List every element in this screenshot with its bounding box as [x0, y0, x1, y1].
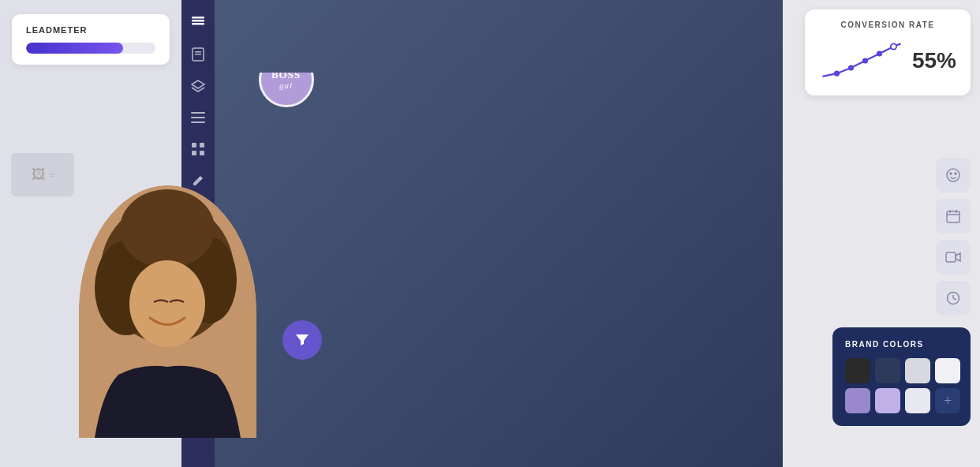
- conversion-content: 55%: [819, 37, 956, 84]
- logo-boss-text: BOSS: [271, 73, 301, 80]
- color-swatch-add[interactable]: +: [935, 388, 960, 413]
- svg-line-42: [953, 298, 956, 300]
- brand-colors-card[interactable]: BRAND COLORS +: [832, 327, 971, 426]
- brand-colors-grid: +: [845, 358, 958, 413]
- svg-point-21: [129, 260, 205, 347]
- logo-gal-text: gal: [279, 80, 293, 90]
- svg-rect-0: [192, 20, 204, 22]
- svg-rect-11: [200, 143, 204, 148]
- svg-point-32: [947, 169, 959, 181]
- filter-funnel-button[interactable]: [282, 320, 322, 360]
- svg-rect-10: [192, 143, 196, 148]
- svg-rect-4: [195, 51, 201, 53]
- svg-point-20: [120, 189, 215, 268]
- color-swatch-5[interactable]: [845, 388, 870, 413]
- svg-point-26: [834, 71, 840, 77]
- svg-point-28: [862, 58, 868, 63]
- svg-rect-1: [192, 23, 204, 25]
- brand-colors-title: BRAND COLORS: [845, 340, 958, 349]
- right-tool-emoji[interactable]: [936, 158, 971, 192]
- right-panel: CONVERSION RATE 55%: [779, 0, 980, 467]
- color-swatch-2[interactable]: [875, 358, 900, 383]
- svg-point-34: [955, 173, 956, 174]
- woman-photo: [79, 185, 256, 438]
- svg-rect-35: [947, 211, 959, 222]
- sidebar-icon-layers[interactable]: [189, 14, 207, 32]
- svg-point-40: [948, 293, 959, 304]
- svg-point-31: [892, 44, 896, 48]
- leadmeter-card: LEADMETER: [12, 14, 170, 65]
- color-swatch-3[interactable]: [905, 358, 930, 383]
- svg-rect-12: [192, 151, 196, 155]
- right-tool-clock[interactable]: [936, 281, 971, 316]
- sidebar-icon-page[interactable]: [189, 46, 207, 63]
- sidebar-icon-menu[interactable]: [189, 109, 207, 126]
- svg-point-27: [848, 65, 854, 70]
- leadmeter-bar-background: [26, 43, 155, 54]
- right-tool-calendar[interactable]: [936, 199, 971, 234]
- svg-marker-6: [192, 80, 204, 88]
- right-tool-video[interactable]: [936, 240, 971, 275]
- woman-photo-inner: [79, 185, 256, 438]
- svg-rect-8: [191, 117, 205, 118]
- svg-rect-7: [191, 112, 205, 114]
- leadmeter-bar-fill: [26, 43, 123, 54]
- svg-rect-39: [946, 252, 956, 262]
- right-tool-icons: [936, 158, 971, 316]
- color-swatch-6[interactable]: [875, 388, 900, 413]
- color-swatch-4[interactable]: [935, 358, 960, 383]
- conversion-rate-card[interactable]: CONVERSION RATE 55%: [805, 9, 971, 95]
- conversion-percent: 55%: [912, 48, 956, 73]
- svg-rect-13: [200, 151, 204, 155]
- thumbnail-1[interactable]: 🖼 ≡: [11, 153, 74, 196]
- background-page: [215, 0, 783, 467]
- svg-rect-5: [195, 54, 201, 55]
- sidebar-icon-layers2[interactable]: [189, 77, 207, 95]
- leadmeter-title: LEADMETER: [26, 25, 155, 35]
- svg-rect-9: [191, 121, 205, 123]
- svg-rect-2: [192, 17, 204, 19]
- svg-point-33: [950, 173, 952, 174]
- color-swatch-7[interactable]: [905, 388, 930, 413]
- conversion-chart: [819, 37, 904, 84]
- sidebar-icon-pen[interactable]: [189, 172, 207, 189]
- color-swatch-1[interactable]: [845, 358, 870, 383]
- svg-point-29: [877, 50, 882, 56]
- sidebar-icon-grid[interactable]: [189, 140, 207, 158]
- conversion-rate-title: CONVERSION RATE: [819, 21, 956, 29]
- funnel-icon: [294, 332, 310, 348]
